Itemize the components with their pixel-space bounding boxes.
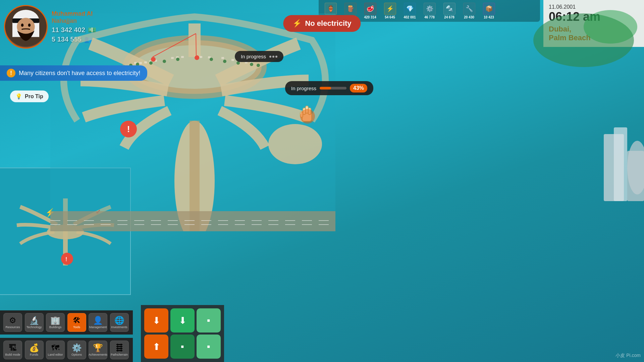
upload-btn[interactable]: ⬆ — [144, 335, 168, 359]
tool-label: Technology — [26, 326, 42, 329]
tool-icon: 🏗 — [9, 343, 17, 353]
resource-value: 20 430 — [464, 15, 474, 19]
dark-green-square-btn[interactable]: ▪ — [170, 335, 195, 359]
resource-value: 10 423 — [484, 15, 494, 19]
toolbar-btn-investments[interactable]: 🌐 Investments — [110, 313, 129, 332]
toolbar-btn-management[interactable]: 👤 Management — [89, 313, 107, 332]
svg-rect-15 — [200, 56, 202, 58]
resource-value: 420 314 — [364, 15, 376, 19]
svg-rect-17 — [221, 57, 224, 59]
progress-dots-1 — [269, 56, 277, 58]
resource-item: 🔧 20 430 — [460, 3, 478, 19]
action-icon: ▪ — [181, 341, 184, 352]
green-square-btn[interactable]: ▪ — [197, 308, 221, 333]
toolbar-btn-build-mode[interactable]: 🏗 Build mode — [3, 341, 22, 359]
tool-icon: 🏢 — [50, 316, 60, 325]
citizens-alert-text: Many citizens don't have access to elect… — [19, 70, 141, 77]
download-btn[interactable]: ⬇ — [144, 308, 168, 333]
svg-point-59 — [584, 10, 637, 44]
toolbar-btn-technology[interactable]: 🔬 Technology — [25, 313, 44, 332]
watermark: 小皮 Pi.com — [615, 353, 641, 359]
progress-bar-fill — [320, 87, 331, 89]
resource-icon: 🏺 — [325, 3, 337, 15]
svg-rect-32 — [50, 211, 335, 231]
svg-text:!: ! — [65, 256, 67, 262]
error-marker-1 — [151, 57, 156, 62]
bottom-toolbar-row1: ⚙ Resources 🔬 Technology 🏢 Buildings 🛠 T… — [0, 310, 133, 335]
tool-label: Options — [71, 353, 82, 357]
svg-rect-13 — [181, 56, 184, 58]
svg-point-24 — [149, 61, 153, 65]
light-green-square-btn[interactable]: ▪ — [197, 335, 221, 359]
toolbar-btn-tools[interactable]: 🛠 Tools — [67, 313, 86, 332]
resource-icon: 📦 — [483, 3, 495, 15]
map-error-marker: ! — [120, 121, 137, 137]
svg-point-43 — [28, 23, 31, 27]
no-electricity-alert[interactable]: ⚡ No electricity — [283, 15, 361, 32]
dot — [269, 56, 271, 58]
resource-item: 🔩 24 678 — [440, 3, 459, 19]
svg-rect-7 — [139, 62, 142, 64]
progress-bar — [320, 87, 346, 89]
action-icon: ⬆ — [153, 341, 160, 352]
tool-icon: 🗺 — [51, 343, 59, 353]
svg-rect-18 — [231, 59, 234, 61]
tool-label: Build mode — [5, 353, 20, 357]
tool-label: Funds — [30, 353, 38, 357]
toolbar-btn-funds[interactable]: 💰 Funds — [25, 341, 44, 359]
lightning-icon: ⚡ — [292, 19, 302, 28]
tool-label: Resources — [5, 326, 20, 329]
citizens-alert-banner: ! Many citizens don't have access to ele… — [0, 65, 147, 81]
svg-rect-62 — [614, 127, 627, 201]
dot — [272, 56, 274, 58]
toolbar-btn-paths-terrain[interactable]: 🛤 Paths/terrain — [110, 341, 129, 359]
action-icon: ▪ — [207, 315, 210, 326]
resource-icon: ⚙️ — [424, 3, 436, 15]
avatar — [4, 5, 48, 49]
tool-icon: 🔬 — [29, 316, 39, 325]
tool-label: Paths/terrain — [111, 353, 128, 357]
svg-point-25 — [163, 60, 166, 63]
toolbar-btn-land-editor[interactable]: 🗺 Land editor — [46, 341, 65, 359]
dot — [275, 56, 277, 58]
svg-point-26 — [176, 58, 179, 61]
svg-point-42 — [21, 23, 24, 27]
action-buttons: ⬇⬇▪⬆▪▪ — [141, 305, 224, 362]
svg-rect-11 — [171, 57, 174, 59]
in-progress-1-label: In progress — [241, 54, 266, 59]
no-electricity-text: No electricity — [305, 19, 351, 28]
action-icon: ⬇ — [179, 315, 186, 326]
resource-icon: 🪵 — [344, 3, 357, 15]
tool-label: Land editor — [48, 353, 63, 357]
resource-icon: 💎 — [404, 3, 416, 15]
in-progress-tooltip-1: In progress — [235, 51, 283, 62]
tool-icon: 🏆 — [93, 343, 103, 353]
tool-icon: 💰 — [29, 343, 39, 353]
resource-icon: 🔧 — [463, 3, 475, 15]
progress-percent: 43% — [350, 84, 367, 93]
tool-icon: ⚙ — [9, 316, 16, 325]
svg-rect-8 — [144, 61, 147, 63]
toolbar-btn-options[interactable]: ⚙️ Options — [67, 341, 86, 359]
svg-rect-16 — [208, 56, 211, 58]
resource-value: 46 778 — [424, 15, 435, 19]
resource-item: ⚡ 54 645 — [381, 3, 399, 19]
download-green-btn[interactable]: ⬇ — [170, 308, 195, 333]
resource-icon: 🥩 — [364, 3, 376, 15]
toolbar-btn-buildings[interactable]: 🏢 Buildings — [46, 313, 65, 332]
tool-icon: 🛠 — [73, 316, 81, 325]
pro-tip-button[interactable]: 💡 Pro Tip — [10, 90, 49, 102]
resource-item: 🥩 420 314 — [361, 3, 379, 19]
city-buildings — [517, 0, 644, 201]
tool-label: Achievements — [89, 353, 108, 357]
tool-icon: 🌐 — [114, 316, 124, 325]
toolbar-btn-achievements[interactable]: 🏆 Achievements — [89, 341, 107, 359]
bulb-icon: 💡 — [15, 93, 22, 100]
toolbar-btn-resources[interactable]: ⚙ Resources — [3, 313, 22, 332]
tool-label: Tools — [73, 326, 80, 329]
palm-island — [50, 13, 335, 231]
tool-label: Management — [89, 326, 107, 329]
tool-icon: ⚙️ — [72, 343, 82, 353]
svg-point-31 — [257, 64, 260, 67]
tool-label: Investments — [111, 326, 127, 329]
